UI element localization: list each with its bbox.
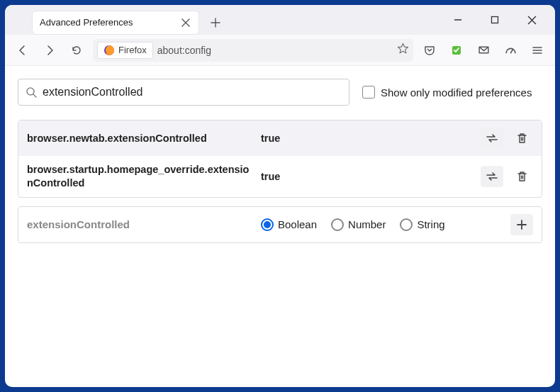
pref-name: browser.startup.homepage_override.extens…	[27, 163, 254, 190]
delete-button[interactable]	[510, 166, 533, 187]
toggle-button[interactable]	[481, 128, 503, 149]
extension-icon[interactable]	[446, 40, 467, 61]
radio-boolean[interactable]: Boolean	[261, 218, 317, 231]
show-modified-label: Show only modified preferences	[381, 86, 532, 99]
navbar: Firefox about:config	[5, 35, 555, 66]
show-modified-checkbox-row[interactable]: Show only modified preferences	[362, 86, 532, 99]
search-row: Show only modified preferences	[18, 79, 542, 106]
pocket-icon[interactable]	[419, 40, 440, 61]
show-modified-checkbox[interactable]	[362, 86, 375, 99]
radio-icon[interactable]	[400, 218, 413, 231]
toggle-button[interactable]	[481, 166, 503, 187]
radio-label: String	[417, 218, 444, 230]
minimize-button[interactable]	[449, 11, 467, 29]
add-button[interactable]	[510, 214, 533, 235]
reload-button[interactable]	[66, 40, 87, 61]
search-icon	[26, 86, 37, 98]
radio-number[interactable]: Number	[331, 218, 386, 231]
type-radio-group: Boolean Number String	[261, 218, 503, 231]
search-box[interactable]	[18, 79, 349, 106]
pref-row: browser.newtab.extensionControlled true	[18, 121, 542, 156]
radio-icon[interactable]	[331, 218, 344, 231]
pref-value: true	[261, 171, 474, 182]
pref-actions	[481, 128, 533, 149]
delete-button[interactable]	[510, 128, 533, 149]
radio-label: Boolean	[278, 218, 317, 230]
dashboard-icon[interactable]	[500, 40, 521, 61]
address-bar[interactable]: Firefox about:config	[93, 39, 413, 62]
close-window-button[interactable]	[522, 11, 541, 29]
mail-icon[interactable]	[473, 40, 494, 61]
pref-actions	[481, 166, 533, 187]
page-content: Show only modified preferences browser.n…	[5, 66, 555, 256]
radio-icon[interactable]	[261, 218, 274, 231]
pref-value: true	[261, 133, 474, 144]
maximize-button[interactable]	[486, 11, 504, 29]
tab-advanced-preferences[interactable]: Advanced Preferences	[32, 11, 199, 35]
new-pref-name: extensionControlled	[27, 218, 254, 230]
firefox-icon	[103, 45, 115, 56]
titlebar: Advanced Preferences	[5, 5, 555, 35]
hamburger-menu-icon[interactable]	[527, 40, 548, 61]
radio-string[interactable]: String	[400, 218, 444, 231]
url-text: about:config	[157, 45, 393, 56]
radio-label: Number	[348, 218, 386, 230]
pref-row: browser.startup.homepage_override.extens…	[18, 156, 542, 197]
svg-rect-0	[492, 17, 498, 23]
new-tab-button[interactable]	[205, 12, 226, 33]
pref-name: browser.newtab.extensionControlled	[27, 132, 254, 145]
firefox-pill-label: Firefox	[118, 45, 147, 55]
search-input[interactable]	[43, 86, 342, 99]
firefox-window: Advanced Preferences Firefox about:confi…	[5, 5, 555, 387]
bookmark-star-icon[interactable]	[397, 43, 409, 57]
preferences-table: browser.newtab.extensionControlled true …	[18, 120, 542, 198]
tab-label: Advanced Preferences	[40, 17, 180, 28]
forward-button[interactable]	[39, 40, 60, 61]
add-pref-row: extensionControlled Boolean Number Strin…	[18, 206, 542, 243]
window-controls	[449, 5, 549, 35]
firefox-pill: Firefox	[97, 42, 153, 59]
back-button[interactable]	[12, 40, 33, 61]
close-tab-icon[interactable]	[180, 17, 191, 28]
